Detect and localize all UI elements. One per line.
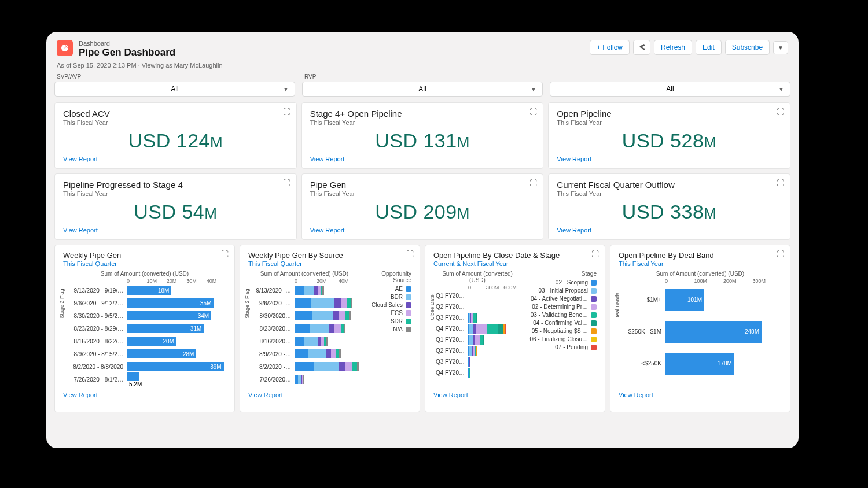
filter-label-blank	[550, 73, 790, 80]
chart-open-pipeline-close-date-stage: ⛶ Open Pipeline By Close Date & Stage Cu…	[425, 245, 605, 412]
expand-icon[interactable]: ⛶	[529, 108, 537, 116]
header-suptitle: Dashboard	[79, 40, 175, 47]
metric-value: USD 338M	[557, 197, 782, 224]
card-subtitle: This Fiscal Year	[63, 190, 288, 197]
card-title: Open Pipeline By Close Date & Stage	[433, 251, 597, 260]
filter-value: All	[418, 85, 426, 93]
filter-value: All	[171, 85, 178, 93]
filter-bar: SVP/AVP All ▼ RVP All ▼ All ▼	[46, 73, 799, 102]
share-icon	[638, 43, 646, 51]
card-subtitle: This Fiscal Year	[310, 190, 535, 197]
expand-icon[interactable]: ⛶	[283, 179, 290, 187]
filter-label-svp: SVP/AVP	[54, 73, 295, 80]
page-title: Pipe Gen Dashboard	[79, 47, 175, 58]
card-subtitle: This Fiscal Year	[619, 260, 782, 267]
caret-down-icon: ▼	[778, 45, 784, 51]
y-axis-label: Deal Bands	[615, 293, 620, 320]
metric-value: USD 54M	[63, 197, 288, 224]
chart-body: Stage 2 Flag Sum of Amount (converted) (…	[248, 271, 411, 389]
stacked-bar-chart[interactable]: Q1 FY20…Q2 FY20…Q3 FY20…Q4 FY20…Q1 FY20……	[433, 290, 521, 378]
expand-icon[interactable]: ⛶	[529, 179, 537, 187]
card-subtitle: This Fiscal Quarter	[248, 260, 411, 267]
dashboard-icon	[57, 40, 73, 56]
card-title: Open Pipeline By Deal Band	[619, 251, 782, 260]
card-title: Open Pipeline	[557, 109, 782, 119]
view-report-link[interactable]: View Report	[433, 391, 468, 398]
subscribe-button[interactable]: Subscribe	[725, 40, 770, 55]
expand-icon[interactable]: ⛶	[777, 250, 784, 258]
view-report-link[interactable]: View Report	[619, 391, 653, 398]
view-report-link[interactable]: View Report	[557, 156, 591, 162]
chart-body: Close Date Sum of Amount (converted) (US…	[433, 271, 597, 389]
caret-down-icon: ▼	[283, 86, 289, 93]
x-axis-label: Sum of Amount (converted) (USD)	[248, 271, 361, 277]
chart-legend: Opportunity Source AEBDRCloud SalesECSSD…	[361, 271, 411, 389]
metric-card-progressed-stage4: ⛶ Pipeline Progressed to Stage 4 This Fi…	[54, 173, 297, 240]
refresh-button[interactable]: Refresh	[654, 40, 692, 55]
view-report-link[interactable]: View Report	[248, 391, 283, 398]
expand-icon[interactable]: ⛶	[777, 179, 784, 187]
chart-weekly-pipe-gen-by-source: ⛶ Weekly Pipe Gen By Source This Fiscal …	[240, 245, 420, 412]
card-title: Weekly Pipe Gen By Source	[248, 251, 411, 260]
chart-weekly-pipe-gen: ⛶ Weekly Pipe Gen This Fiscal Quarter St…	[54, 245, 235, 412]
metric-value: USD 528M	[557, 126, 782, 153]
bar-chart[interactable]: 9/13/2020 - 9/19/…18M9/6/2020 - 9/12/2…3…	[63, 284, 226, 386]
card-title: Current Fiscal Quarter Outflow	[557, 180, 782, 190]
view-report-link[interactable]: View Report	[557, 227, 591, 234]
metric-value: USD 209M	[310, 197, 535, 224]
legend-title: Opportunity Source	[364, 271, 411, 283]
filter-third: All ▼	[550, 73, 790, 97]
filter-select-third[interactable]: All ▼	[550, 82, 790, 97]
filter-label-rvp: RVP	[302, 73, 543, 80]
metric-card-pipe-gen: ⛶ Pipe Gen This Fiscal Year USD 209M Vie…	[301, 173, 544, 240]
expand-icon[interactable]: ⛶	[591, 250, 599, 258]
more-actions-button[interactable]: ▼	[773, 41, 788, 54]
view-report-link[interactable]: View Report	[63, 156, 98, 162]
x-axis-label: Sum of Amount (converted) (USD)	[63, 271, 226, 277]
dashboard-meta: As of Sep 15, 2020 2:13 PM · Viewing as …	[46, 62, 799, 73]
chart-row: ⛶ Weekly Pipe Gen This Fiscal Quarter St…	[54, 245, 790, 412]
caret-down-icon: ▼	[778, 86, 784, 93]
view-report-link[interactable]: View Report	[63, 391, 98, 398]
bar-chart[interactable]: $1M+101M$250K - $1M248M<$250K178M	[619, 284, 782, 379]
follow-button[interactable]: + Follow	[590, 40, 630, 55]
expand-icon[interactable]: ⛶	[283, 108, 290, 116]
chart-open-pipeline-by-deal-band: ⛶ Open Pipeline By Deal Band This Fiscal…	[610, 245, 790, 412]
view-report-link[interactable]: View Report	[63, 227, 98, 234]
filter-select-rvp[interactable]: All ▼	[302, 82, 543, 97]
x-ticks: 0300M600M	[468, 284, 521, 290]
filter-svp-avp: SVP/AVP All ▼	[54, 73, 295, 97]
card-subtitle: This Fiscal Year	[310, 119, 535, 126]
header-titles: Dashboard Pipe Gen Dashboard	[79, 40, 175, 58]
view-report-link[interactable]: View Report	[310, 156, 345, 162]
metric-card-closed-acv: ⛶ Closed ACV This Fiscal Year USD 124M V…	[54, 102, 297, 169]
dashboard-frame: Dashboard Pipe Gen Dashboard + Follow Re…	[46, 32, 799, 448]
card-title: Pipe Gen	[310, 180, 535, 190]
caret-down-icon: ▼	[531, 86, 536, 93]
y-axis-label: Stage 2 Flag	[244, 289, 250, 318]
x-ticks: 010M20M30M40M	[127, 278, 226, 284]
expand-icon[interactable]: ⛶	[221, 250, 229, 258]
edit-button[interactable]: Edit	[696, 40, 722, 55]
y-axis-label: Stage 2 Flag	[59, 289, 65, 318]
x-axis-label: Sum of Amount (converted) (USD)	[433, 271, 521, 283]
metric-card-stage4-open: ⛶ Stage 4+ Open Pipeline This Fiscal Yea…	[301, 102, 544, 169]
filter-select-svp[interactable]: All ▼	[54, 82, 295, 97]
metric-row-1: ⛶ Closed ACV This Fiscal Year USD 124M V…	[54, 102, 790, 169]
stacked-bar-chart[interactable]: 9/13/2020 -…9/6/2020 -…8/30/2020…8/23/20…	[248, 284, 361, 386]
card-subtitle: This Fiscal Quarter	[63, 260, 226, 267]
x-axis-label: Sum of Amount (converted) (USD)	[619, 271, 782, 277]
view-report-link[interactable]: View Report	[310, 227, 345, 234]
expand-icon[interactable]: ⛶	[777, 108, 784, 116]
filter-value: All	[666, 85, 674, 93]
metric-value: USD 131M	[310, 126, 535, 153]
card-title: Weekly Pipe Gen	[63, 251, 226, 260]
card-title: Pipeline Progressed to Stage 4	[63, 180, 288, 190]
metric-row-2: ⛶ Pipeline Progressed to Stage 4 This Fi…	[54, 173, 790, 240]
x-ticks: 0100M200M300M	[665, 278, 782, 284]
share-button[interactable]	[633, 40, 650, 55]
metric-value: USD 124M	[63, 126, 288, 153]
expand-icon[interactable]: ⛶	[406, 250, 414, 258]
dashboard-header: Dashboard Pipe Gen Dashboard + Follow Re…	[46, 32, 799, 62]
chart-body: Stage 2 Flag Sum of Amount (converted) (…	[63, 271, 226, 389]
